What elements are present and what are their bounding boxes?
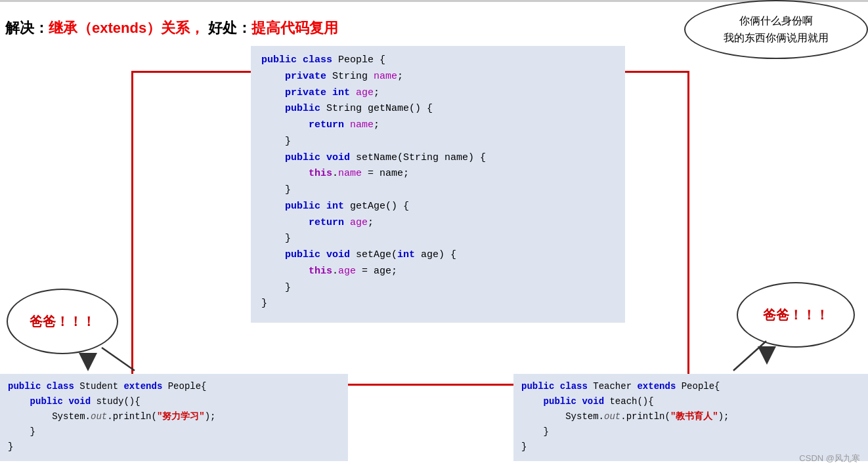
teacher-line-4: } — [521, 424, 860, 439]
bubble-right-text: 爸爸！！！ — [763, 306, 829, 324]
code-line-6: } — [261, 134, 615, 150]
bubble-right-tail — [720, 341, 766, 374]
heading: 解决：继承（extends）关系， 好处：提高代码复用 — [5, 18, 338, 38]
bubble-top-right-line1: 你俩什么身份啊 — [739, 12, 813, 30]
code-line-14: this.age = age; — [261, 264, 615, 280]
student-code-block: public class Student extends People{ pub… — [0, 374, 348, 461]
bubble-left-inner: 爸爸！！！ — [30, 313, 95, 331]
code-line-13: public void setAge(int age) { — [261, 247, 615, 264]
code-line-5: return name; — [261, 117, 615, 134]
svg-line-1 — [733, 341, 766, 371]
code-line-1: public class People { — [261, 52, 615, 69]
code-line-11: return age; — [261, 215, 615, 232]
code-line-15: } — [261, 280, 615, 296]
code-line-12: } — [261, 231, 615, 247]
student-line-4: } — [8, 424, 340, 439]
code-line-16: } — [261, 296, 615, 312]
svg-line-0 — [102, 348, 135, 371]
code-line-9: } — [261, 182, 615, 199]
bubble-top-right-line2: 我的东西你俩说用就用 — [724, 30, 829, 47]
heading-prefix: 解决： — [5, 20, 49, 36]
bubble-top-right: 你俩什么身份啊 我的东西你俩说用就用 — [684, 0, 868, 59]
teacher-line-2: public void teach(){ — [521, 394, 860, 409]
watermark: CSDN @风九寒 — [799, 453, 860, 464]
code-line-7: public void setName(String name) { — [261, 150, 615, 167]
teacher-code-block: public class Teacher extends People{ pub… — [513, 374, 868, 461]
code-line-8: this.name = name; — [261, 166, 615, 182]
code-line-10: public int getAge() { — [261, 199, 615, 215]
bubble-right: 爸爸！！！ — [737, 282, 855, 348]
student-line-3: System.out.println("努力学习"); — [8, 409, 340, 424]
bubble-left-tail — [102, 348, 148, 374]
student-line-1: public class Student extends People{ — [8, 379, 340, 394]
people-code-block: public class People { private String nam… — [251, 46, 625, 323]
bubble-left-text: 爸爸！！！ — [30, 314, 95, 329]
code-line-4: public String getName() { — [261, 101, 615, 117]
teacher-line-3: System.out.println("教书育人"); — [521, 409, 860, 424]
student-line-5: } — [8, 439, 340, 455]
code-line-3: private int age; — [261, 85, 615, 102]
teacher-line-1: public class Teacher extends People{ — [521, 379, 860, 394]
heading-red1: 继承（extends）关系， — [49, 20, 204, 36]
code-line-2: private String name; — [261, 69, 615, 85]
heading-red2: 提高代码复用 — [251, 20, 338, 36]
heading-suffix-label: 好处： — [204, 20, 251, 36]
bubble-left: 爸爸！！！ — [7, 289, 118, 354]
top-divider — [0, 0, 868, 2]
student-line-2: public void study(){ — [8, 394, 340, 409]
